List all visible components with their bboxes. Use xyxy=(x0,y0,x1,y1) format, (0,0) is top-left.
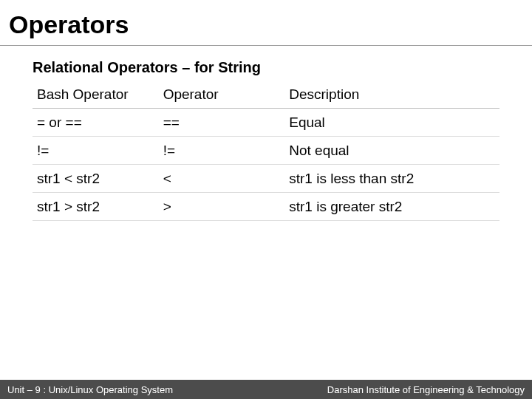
slide-footer: Unit – 9 : Unix/Linux Operating System D… xyxy=(0,380,532,399)
footer-left: Unit – 9 : Unix/Linux Operating System xyxy=(7,384,173,395)
cell-bash: = or == xyxy=(33,109,159,137)
cell-desc: Not equal xyxy=(284,137,499,165)
section-heading: Relational Operators – for String xyxy=(0,46,532,81)
table-row: str1 > str2 > str1 is greater str2 xyxy=(33,193,499,221)
cell-op: < xyxy=(159,165,285,193)
col-header-bash: Bash Operator xyxy=(33,81,159,109)
cell-bash: str1 > str2 xyxy=(33,193,159,221)
cell-desc: str1 is less than str2 xyxy=(284,165,499,193)
table-row: != != Not equal xyxy=(33,137,499,165)
cell-desc: str1 is greater str2 xyxy=(284,193,499,221)
cell-op: != xyxy=(159,137,285,165)
table-header-row: Bash Operator Operator Description xyxy=(33,81,499,109)
col-header-operator: Operator xyxy=(159,81,285,109)
col-header-description: Description xyxy=(284,81,499,109)
slide-title: Operators xyxy=(0,0,532,46)
cell-bash: str1 < str2 xyxy=(33,165,159,193)
operators-table: Bash Operator Operator Description = or … xyxy=(33,81,499,221)
table-row: str1 < str2 < str1 is less than str2 xyxy=(33,165,499,193)
cell-op: > xyxy=(159,193,285,221)
cell-desc: Equal xyxy=(284,109,499,137)
table-row: = or == == Equal xyxy=(33,109,499,137)
footer-right: Darshan Institute of Engineering & Techn… xyxy=(327,384,525,395)
cell-op: == xyxy=(159,109,285,137)
cell-bash: != xyxy=(33,137,159,165)
